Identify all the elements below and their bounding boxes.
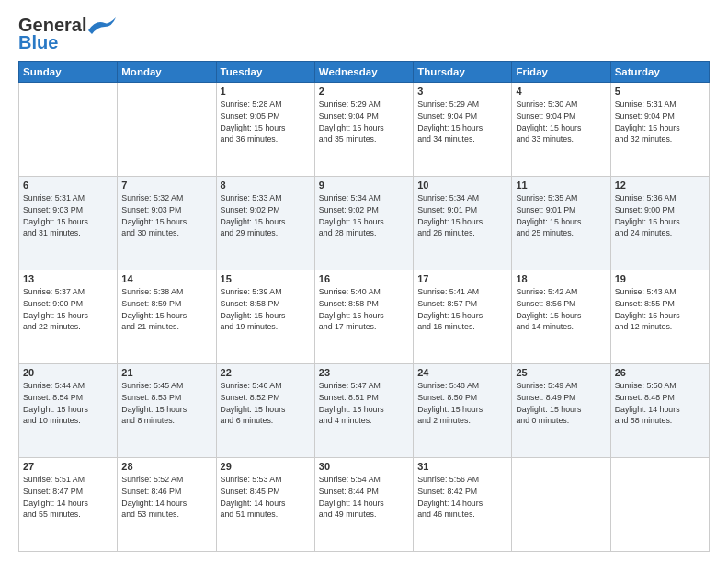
- calendar-cell: 17Sunrise: 5:41 AM Sunset: 8:57 PM Dayli…: [414, 270, 512, 364]
- day-number: 2: [319, 86, 409, 97]
- weekday-monday: Monday: [118, 62, 216, 83]
- day-number: 17: [417, 273, 507, 284]
- weekday-tuesday: Tuesday: [216, 62, 314, 83]
- calendar-cell: 8Sunrise: 5:33 AM Sunset: 9:02 PM Daylig…: [216, 177, 314, 270]
- weekday-friday: Friday: [512, 62, 610, 83]
- day-number: 31: [417, 461, 507, 472]
- day-info: Sunrise: 5:50 AM Sunset: 8:48 PM Dayligh…: [615, 380, 705, 427]
- calendar-cell: 5Sunrise: 5:31 AM Sunset: 9:04 PM Daylig…: [610, 83, 709, 177]
- day-number: 19: [615, 273, 705, 284]
- day-number: 23: [319, 367, 409, 378]
- day-info: Sunrise: 5:31 AM Sunset: 9:04 PM Dayligh…: [615, 98, 705, 145]
- calendar-cell: 15Sunrise: 5:39 AM Sunset: 8:58 PM Dayli…: [216, 270, 314, 364]
- calendar-row-2: 13Sunrise: 5:37 AM Sunset: 9:00 PM Dayli…: [19, 270, 710, 364]
- logo: General Blue: [18, 15, 116, 53]
- day-info: Sunrise: 5:37 AM Sunset: 9:00 PM Dayligh…: [23, 286, 113, 333]
- day-number: 21: [121, 367, 211, 378]
- day-number: 28: [121, 461, 211, 472]
- calendar-cell: 28Sunrise: 5:52 AM Sunset: 8:46 PM Dayli…: [118, 458, 216, 552]
- day-number: 20: [23, 367, 113, 378]
- day-number: 22: [221, 367, 311, 378]
- calendar-cell: 29Sunrise: 5:53 AM Sunset: 8:45 PM Dayli…: [216, 458, 314, 552]
- day-number: 7: [121, 179, 211, 190]
- day-info: Sunrise: 5:36 AM Sunset: 9:00 PM Dayligh…: [615, 192, 705, 239]
- day-info: Sunrise: 5:53 AM Sunset: 8:45 PM Dayligh…: [221, 474, 311, 521]
- calendar-cell: 11Sunrise: 5:35 AM Sunset: 9:01 PM Dayli…: [512, 177, 610, 270]
- day-number: 18: [516, 273, 606, 284]
- day-info: Sunrise: 5:38 AM Sunset: 8:59 PM Dayligh…: [121, 286, 211, 333]
- day-number: 3: [417, 86, 507, 97]
- calendar-cell: 21Sunrise: 5:45 AM Sunset: 8:53 PM Dayli…: [118, 364, 216, 458]
- day-number: 16: [319, 273, 409, 284]
- day-info: Sunrise: 5:34 AM Sunset: 9:01 PM Dayligh…: [417, 192, 507, 239]
- day-info: Sunrise: 5:56 AM Sunset: 8:42 PM Dayligh…: [417, 474, 507, 521]
- calendar-cell: 12Sunrise: 5:36 AM Sunset: 9:00 PM Dayli…: [610, 177, 709, 270]
- calendar-cell: 31Sunrise: 5:56 AM Sunset: 8:42 PM Dayli…: [414, 458, 512, 552]
- calendar-cell: 7Sunrise: 5:32 AM Sunset: 9:03 PM Daylig…: [118, 177, 216, 270]
- calendar-row-0: 1Sunrise: 5:28 AM Sunset: 9:05 PM Daylig…: [19, 83, 710, 177]
- day-info: Sunrise: 5:40 AM Sunset: 8:58 PM Dayligh…: [319, 286, 409, 333]
- calendar-cell: 27Sunrise: 5:51 AM Sunset: 8:47 PM Dayli…: [19, 458, 118, 552]
- day-info: Sunrise: 5:35 AM Sunset: 9:01 PM Dayligh…: [516, 192, 606, 239]
- weekday-sunday: Sunday: [19, 62, 118, 83]
- day-number: 26: [615, 367, 705, 378]
- logo-bird-icon: [88, 17, 116, 34]
- weekday-wednesday: Wednesday: [314, 62, 413, 83]
- day-info: Sunrise: 5:44 AM Sunset: 8:54 PM Dayligh…: [23, 380, 113, 427]
- day-info: Sunrise: 5:28 AM Sunset: 9:05 PM Dayligh…: [221, 98, 311, 145]
- calendar-cell: 2Sunrise: 5:29 AM Sunset: 9:04 PM Daylig…: [314, 83, 413, 177]
- calendar-cell: 13Sunrise: 5:37 AM Sunset: 9:00 PM Dayli…: [19, 270, 118, 364]
- day-info: Sunrise: 5:48 AM Sunset: 8:50 PM Dayligh…: [417, 380, 507, 427]
- calendar-cell: [118, 83, 216, 177]
- day-number: 24: [417, 367, 507, 378]
- day-info: Sunrise: 5:41 AM Sunset: 8:57 PM Dayligh…: [417, 286, 507, 333]
- calendar-cell: 18Sunrise: 5:42 AM Sunset: 8:56 PM Dayli…: [512, 270, 610, 364]
- calendar-table: SundayMondayTuesdayWednesdayThursdayFrid…: [18, 61, 710, 552]
- calendar-cell: 23Sunrise: 5:47 AM Sunset: 8:51 PM Dayli…: [314, 364, 413, 458]
- day-info: Sunrise: 5:34 AM Sunset: 9:02 PM Dayligh…: [319, 192, 409, 239]
- logo-blue: Blue: [18, 32, 58, 53]
- weekday-thursday: Thursday: [414, 62, 512, 83]
- header: General Blue: [18, 15, 710, 53]
- calendar-row-4: 27Sunrise: 5:51 AM Sunset: 8:47 PM Dayli…: [19, 458, 710, 552]
- day-number: 9: [319, 179, 409, 190]
- day-info: Sunrise: 5:32 AM Sunset: 9:03 PM Dayligh…: [121, 192, 211, 239]
- calendar-cell: [19, 83, 118, 177]
- day-info: Sunrise: 5:29 AM Sunset: 9:04 PM Dayligh…: [319, 98, 409, 145]
- day-info: Sunrise: 5:30 AM Sunset: 9:04 PM Dayligh…: [516, 98, 606, 145]
- day-number: 8: [221, 179, 311, 190]
- day-info: Sunrise: 5:49 AM Sunset: 8:49 PM Dayligh…: [516, 380, 606, 427]
- day-info: Sunrise: 5:54 AM Sunset: 8:44 PM Dayligh…: [319, 474, 409, 521]
- calendar-cell: 6Sunrise: 5:31 AM Sunset: 9:03 PM Daylig…: [19, 177, 118, 270]
- weekday-header-row: SundayMondayTuesdayWednesdayThursdayFrid…: [19, 62, 710, 83]
- day-number: 12: [615, 179, 705, 190]
- calendar-cell: 30Sunrise: 5:54 AM Sunset: 8:44 PM Dayli…: [314, 458, 413, 552]
- weekday-saturday: Saturday: [610, 62, 709, 83]
- page: General Blue SundayMondayTuesdayWednesda…: [0, 0, 728, 563]
- day-info: Sunrise: 5:39 AM Sunset: 8:58 PM Dayligh…: [221, 286, 311, 333]
- calendar-cell: 1Sunrise: 5:28 AM Sunset: 9:05 PM Daylig…: [216, 83, 314, 177]
- day-info: Sunrise: 5:33 AM Sunset: 9:02 PM Dayligh…: [221, 192, 311, 239]
- day-number: 15: [221, 273, 311, 284]
- calendar-cell: 24Sunrise: 5:48 AM Sunset: 8:50 PM Dayli…: [414, 364, 512, 458]
- calendar-cell: [512, 458, 610, 552]
- calendar-cell: [610, 458, 709, 552]
- calendar-cell: 25Sunrise: 5:49 AM Sunset: 8:49 PM Dayli…: [512, 364, 610, 458]
- day-number: 4: [516, 86, 606, 97]
- calendar-cell: 9Sunrise: 5:34 AM Sunset: 9:02 PM Daylig…: [314, 177, 413, 270]
- day-number: 5: [615, 86, 705, 97]
- calendar-cell: 19Sunrise: 5:43 AM Sunset: 8:55 PM Dayli…: [610, 270, 709, 364]
- calendar-row-3: 20Sunrise: 5:44 AM Sunset: 8:54 PM Dayli…: [19, 364, 710, 458]
- day-number: 29: [221, 461, 311, 472]
- day-info: Sunrise: 5:52 AM Sunset: 8:46 PM Dayligh…: [121, 474, 211, 521]
- day-info: Sunrise: 5:46 AM Sunset: 8:52 PM Dayligh…: [221, 380, 311, 427]
- calendar-cell: 20Sunrise: 5:44 AM Sunset: 8:54 PM Dayli…: [19, 364, 118, 458]
- calendar-cell: 26Sunrise: 5:50 AM Sunset: 8:48 PM Dayli…: [610, 364, 709, 458]
- day-info: Sunrise: 5:47 AM Sunset: 8:51 PM Dayligh…: [319, 380, 409, 427]
- day-info: Sunrise: 5:42 AM Sunset: 8:56 PM Dayligh…: [516, 286, 606, 333]
- day-number: 14: [121, 273, 211, 284]
- calendar-cell: 4Sunrise: 5:30 AM Sunset: 9:04 PM Daylig…: [512, 83, 610, 177]
- calendar-row-1: 6Sunrise: 5:31 AM Sunset: 9:03 PM Daylig…: [19, 177, 710, 270]
- day-number: 27: [23, 461, 113, 472]
- day-info: Sunrise: 5:51 AM Sunset: 8:47 PM Dayligh…: [23, 474, 113, 521]
